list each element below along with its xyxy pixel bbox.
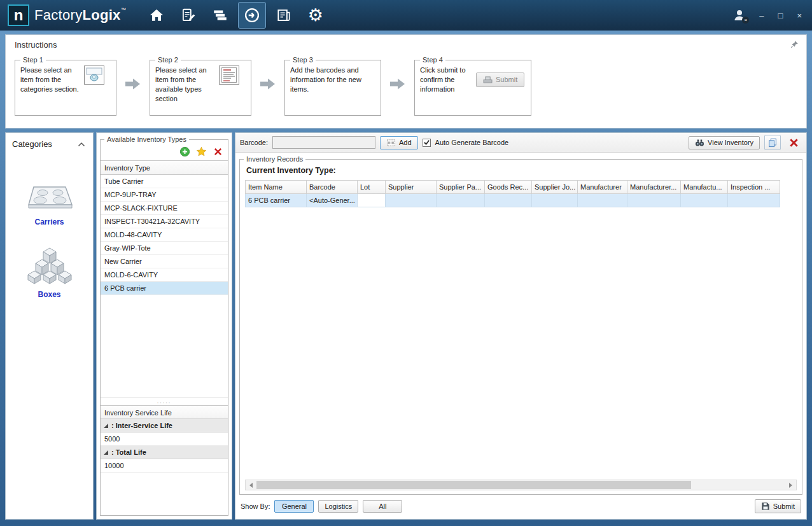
collapse-chevron-icon[interactable] [76, 138, 87, 150]
filter-general-button[interactable]: General [274, 500, 314, 513]
barcode-label: Barcode: [240, 139, 268, 146]
receiving-nav-icon[interactable] [238, 2, 266, 29]
records-table: Item Name Barcode Lot Supplier Supplier … [245, 180, 780, 207]
column-header[interactable]: Goods Rec... [485, 181, 532, 194]
instructions-title: Instructions [15, 40, 797, 50]
submit-button[interactable]: Submit [755, 499, 801, 513]
step-1-label: Step 1 [20, 56, 46, 64]
step-4-label: Step 4 [420, 56, 445, 64]
step-arrow-icon [260, 78, 276, 90]
user-account-icon[interactable]: × [731, 8, 748, 23]
inter-service-life-value[interactable]: 5000 [101, 433, 228, 446]
service-life-group-inter[interactable]: : Inter-Service Life [101, 419, 228, 433]
minimize-button[interactable]: – [757, 10, 766, 22]
titlebar: n FactoryLogix™ [0, 0, 812, 31]
scroll-right-icon[interactable] [785, 480, 796, 490]
reports-icon[interactable] [270, 2, 298, 29]
column-header[interactable]: Supplier Jo... [532, 181, 578, 194]
materials-stack-icon[interactable] [206, 2, 234, 29]
add-record-button[interactable]: Add [380, 136, 418, 149]
service-life-group-total[interactable]: : Total Life [101, 446, 228, 459]
column-header[interactable]: Item Name [246, 181, 307, 194]
filter-all-button[interactable]: All [363, 500, 402, 513]
column-header[interactable]: Manufacturer [578, 181, 627, 194]
barcode-input[interactable] [272, 136, 375, 149]
category-item-boxes[interactable]: Boxes [22, 243, 77, 299]
pin-icon[interactable] [790, 40, 799, 50]
trademark-symbol: ™ [121, 7, 126, 13]
record-cell[interactable] [386, 194, 437, 207]
clear-records-icon[interactable] [785, 135, 802, 150]
content-row: Categories Carriers [5, 132, 807, 520]
production-tasks-icon[interactable] [174, 2, 202, 29]
service-life-header[interactable]: Inventory Service Life [101, 405, 228, 419]
save-floppy-icon [761, 502, 770, 511]
horizontal-scrollbar[interactable] [245, 480, 797, 490]
record-cell[interactable] [437, 194, 485, 207]
column-header[interactable]: Inspection ... [728, 181, 780, 194]
new-item-icon [386, 139, 396, 147]
record-cell[interactable] [681, 194, 728, 207]
binoculars-icon [695, 139, 704, 147]
record-cell[interactable] [728, 194, 780, 207]
delete-type-icon[interactable] [211, 145, 224, 158]
barcode-toolbar: Barcode: Add Auto Generate Barcode [235, 133, 806, 153]
maximize-button[interactable]: □ [776, 10, 786, 22]
auto-generate-checkbox[interactable] [423, 139, 431, 147]
auto-generate-label[interactable]: Auto Generate Barcode [435, 139, 509, 146]
record-cell-item-name[interactable]: 6 PCB carrier [246, 194, 307, 207]
stacked-boxes-icon [22, 243, 77, 285]
scrollbar-thumb[interactable] [256, 481, 691, 489]
step-submit-button[interactable]: Submit [476, 73, 524, 87]
type-row[interactable]: Tube Carrier [101, 175, 228, 188]
settings-gear-icon[interactable]: ⚙ [302, 2, 330, 29]
type-row[interactable]: MCP-9UP-TRAY [101, 188, 228, 202]
step-3-box: Step 3 Add the barcodes and information … [284, 60, 381, 116]
column-header[interactable]: Lot [358, 181, 386, 194]
record-cell[interactable] [578, 194, 627, 207]
total-life-value[interactable]: 10000 [101, 459, 228, 473]
types-grid: Inventory Type Tube Carrier MCP-9UP-TRAY… [101, 160, 228, 397]
column-header[interactable]: Barcode [307, 181, 358, 194]
types-column-header[interactable]: Inventory Type [101, 161, 228, 175]
type-row[interactable]: INSPECT-T30421A-32CAVITY [101, 215, 228, 228]
user-status-badge: × [742, 17, 749, 24]
instructions-panel: Instructions Step 1 Please select an ite… [5, 34, 807, 128]
step-4-text: Click submit to confirm the information [420, 66, 471, 94]
view-inventory-button[interactable]: View Inventory [689, 136, 760, 149]
type-row[interactable]: New Carrier [101, 255, 228, 268]
record-row: 6 PCB carrier <Auto-Gener... [246, 194, 780, 207]
titlebar-right: × – □ × [731, 8, 804, 23]
app-title: FactoryLogix™ [34, 7, 126, 24]
column-header[interactable]: Supplier Pa... [437, 181, 485, 194]
filter-logistics-button[interactable]: Logistics [318, 500, 358, 513]
column-header[interactable]: Manufactu... [681, 181, 728, 194]
records-header-row: Item Name Barcode Lot Supplier Supplier … [246, 181, 780, 194]
record-cell-barcode[interactable]: <Auto-Gener... [307, 194, 358, 207]
favorite-star-icon[interactable] [195, 145, 207, 158]
type-row[interactable]: MOLD-48-CAVITY [101, 228, 228, 242]
panel-splitter[interactable]: ..... [101, 397, 228, 405]
category-item-carriers[interactable]: Carriers [25, 182, 74, 226]
categories-title: Categories [12, 139, 52, 149]
record-cell[interactable] [532, 194, 578, 207]
step-3-label: Step 3 [290, 56, 316, 64]
column-header[interactable]: Supplier [386, 181, 437, 194]
type-row[interactable]: MOLD-6-CAVITY [101, 268, 228, 282]
scroll-left-icon[interactable] [246, 480, 256, 490]
type-row[interactable]: Gray-WIP-Tote [101, 242, 228, 255]
type-row-selected[interactable]: 6 PCB carrier [101, 282, 228, 295]
expand-triangle-icon [104, 450, 108, 455]
home-icon[interactable] [143, 2, 171, 29]
close-button[interactable]: × [794, 10, 804, 22]
type-row[interactable]: MCP-SLACK-FIXTURE [101, 202, 228, 215]
column-header[interactable]: Manufacturer... [627, 181, 681, 194]
record-cell[interactable] [485, 194, 532, 207]
records-group-title: Inventory Records [244, 155, 305, 163]
step-2-text: Please select an item from the available… [155, 66, 214, 103]
main-panel: Barcode: Add Auto Generate Barcode [235, 132, 807, 520]
record-cell[interactable] [627, 194, 681, 207]
copy-records-icon[interactable] [764, 135, 781, 150]
add-type-icon[interactable] [178, 145, 191, 158]
record-cell-lot[interactable] [358, 194, 386, 207]
